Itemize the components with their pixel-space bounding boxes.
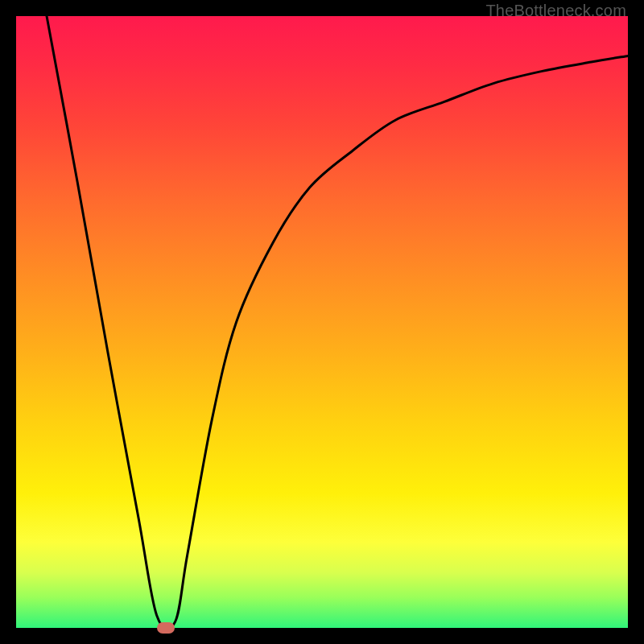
chart-container: TheBottleneck.com bbox=[0, 0, 644, 644]
curve-svg bbox=[16, 16, 628, 628]
bottleneck-curve bbox=[47, 16, 628, 630]
plot-area bbox=[16, 16, 628, 628]
optimum-marker bbox=[157, 622, 175, 634]
watermark: TheBottleneck.com bbox=[485, 2, 626, 20]
